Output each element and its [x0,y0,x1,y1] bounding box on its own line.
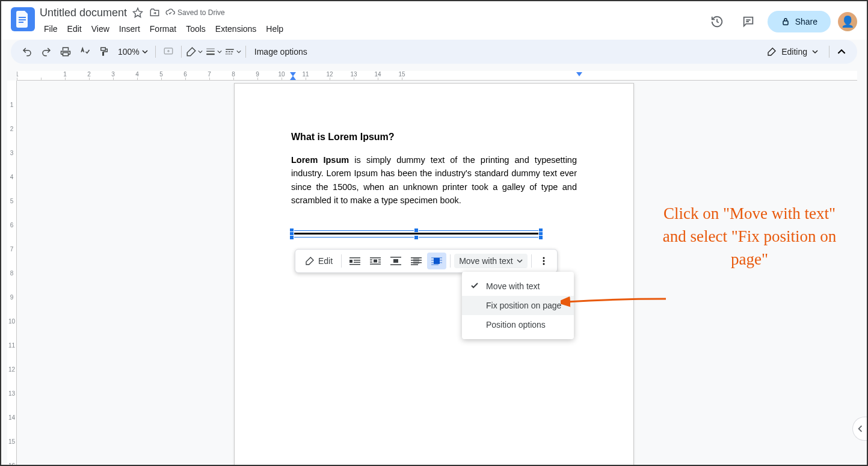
svg-rect-21 [370,257,381,259]
svg-rect-13 [227,54,229,55]
move-folder-icon[interactable] [149,7,161,19]
svg-rect-33 [411,260,422,261]
svg-rect-18 [354,260,360,261]
svg-rect-2 [19,22,23,23]
border-weight-button[interactable] [205,43,223,60]
print-button[interactable] [57,43,75,60]
svg-rect-40 [434,258,440,264]
svg-rect-3 [783,21,788,25]
undo-button[interactable] [18,43,36,60]
position-dropdown-menu: Move with text Fix position on page Posi… [462,272,574,339]
svg-rect-27 [370,264,381,265]
menu-insert[interactable]: Insert [115,22,144,36]
svg-point-43 [543,263,544,265]
doc-heading[interactable]: What is Lorem Ipsum? [291,132,577,143]
svg-rect-19 [354,262,360,263]
svg-rect-9 [226,51,227,52]
history-icon[interactable] [705,10,729,34]
paint-format-button[interactable] [95,43,113,60]
border-dash-button[interactable] [224,43,242,60]
selected-image-divider[interactable] [291,229,542,239]
svg-rect-11 [231,51,233,52]
resize-handle-bm[interactable] [414,235,419,240]
svg-rect-28 [390,257,401,258]
menu-file[interactable]: File [40,22,62,36]
svg-rect-14 [229,54,230,55]
comments-icon[interactable] [736,10,760,34]
editing-mode-button[interactable]: Editing [760,47,825,57]
menu-format[interactable]: Format [146,22,180,36]
menu-bar: File Edit View Insert Format Tools Exten… [40,22,700,36]
image-floating-toolbar: Edit Move with text [295,249,558,273]
border-color-button[interactable] [185,43,203,60]
star-icon[interactable] [132,7,144,19]
menu-edit[interactable]: Edit [63,22,86,36]
move-with-text-dropdown[interactable]: Move with text [454,254,527,268]
svg-rect-35 [411,265,418,266]
svg-rect-6 [206,51,215,52]
svg-point-41 [543,257,544,259]
svg-rect-26 [378,262,381,263]
svg-rect-10 [229,51,230,52]
saved-status[interactable]: Saved to Drive [165,8,225,17]
menu-view[interactable]: View [87,22,114,36]
document-title[interactable]: Untitled document [40,7,127,19]
wrap-inline-icon[interactable] [345,253,365,269]
vertical-ruler[interactable]: 12345678910111213141516 [7,81,17,465]
svg-rect-5 [206,49,215,49]
doc-paragraph[interactable]: Lorem Ipsum is simply dummy text of the … [291,153,577,207]
svg-rect-12 [226,54,227,55]
svg-rect-23 [370,260,372,261]
image-options-button[interactable]: Image options [250,47,312,57]
avatar[interactable]: 👤 [838,12,857,31]
svg-rect-17 [349,260,352,263]
svg-rect-34 [411,262,422,263]
svg-rect-30 [390,265,401,266]
svg-rect-15 [231,54,232,55]
svg-rect-32 [411,257,422,259]
resize-handle-tm[interactable] [414,228,419,233]
svg-rect-20 [349,264,360,265]
resize-handle-br[interactable] [538,235,543,240]
svg-rect-1 [19,19,26,20]
tutorial-annotation: Click on "Move with text" and select "Fi… [656,203,843,271]
document-canvas[interactable]: What is Lorem Ipsum? Lorem Ipsum is simp… [17,81,857,465]
add-comment-button [159,43,177,60]
menu-tools[interactable]: Tools [182,22,210,36]
check-icon [470,281,479,292]
dropdown-item-fix-position[interactable]: Fix position on page [462,296,574,315]
svg-rect-22 [374,260,377,263]
share-button[interactable]: Share [768,11,831,32]
edit-image-button[interactable]: Edit [300,256,337,266]
horizontal-ruler[interactable]: 21123456789101112131415 [17,71,857,81]
resize-handle-bl[interactable] [289,235,294,240]
in-front-text-icon[interactable] [427,253,446,269]
break-text-icon[interactable] [386,253,405,269]
collapse-toolbar-button[interactable] [833,43,850,60]
wrap-text-icon[interactable] [366,253,385,269]
svg-rect-25 [378,260,381,261]
indent-marker-right[interactable] [576,72,582,76]
svg-rect-7 [206,54,215,55]
indent-marker-first[interactable] [290,76,296,80]
more-options-icon[interactable] [535,253,552,269]
zoom-selector[interactable]: 100% [114,47,152,57]
docs-logo-icon[interactable] [11,7,35,31]
svg-rect-24 [370,262,372,263]
dropdown-item-position-options[interactable]: Position options [462,315,574,334]
behind-text-icon[interactable] [407,253,426,269]
app-header: Untitled document Saved to Drive File Ed… [1,1,867,40]
svg-rect-16 [349,257,360,259]
menu-help[interactable]: Help [262,22,288,36]
svg-rect-8 [226,49,234,51]
page[interactable]: What is Lorem Ipsum? Lorem Ipsum is simp… [234,83,634,465]
svg-rect-0 [19,17,26,18]
svg-point-42 [543,260,544,262]
redo-button[interactable] [37,43,55,60]
svg-rect-29 [393,259,398,263]
spellcheck-button[interactable] [76,43,94,60]
dropdown-item-move-with-text[interactable]: Move with text [462,277,574,296]
svg-rect-39 [431,265,439,266]
toolbar: 100% Image options Editing [11,40,857,64]
menu-extensions[interactable]: Extensions [211,22,260,36]
